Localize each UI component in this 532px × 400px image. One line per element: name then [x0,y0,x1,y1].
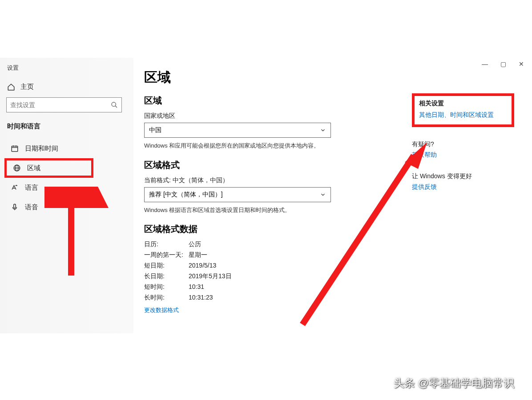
table-row: 短日期:2019/5/13 [144,262,523,270]
language-icon [11,184,19,192]
country-dropdown[interactable]: 中国 [144,123,331,138]
country-desc: Windows 和应用可能会根据您所在的国家或地区向您提供本地内容。 [144,141,331,150]
calendar-icon [11,144,19,152]
table-row: 日历:公历 [144,240,523,248]
related-link[interactable]: 其他日期、时间和区域设置 [419,111,507,119]
chevron-down-icon [320,127,326,133]
sidebar-item-label: 语言 [25,184,38,192]
related-settings-box: 相关设置 其他日期、时间和区域设置 [412,93,514,127]
sidebar-item-label: 区域 [27,164,40,172]
search-icon [111,101,118,108]
table-row: 长日期:2019年5月13日 [144,272,523,280]
table-row: 一周的第一天:星期一 [144,251,523,259]
home-icon [7,83,15,91]
svg-rect-9 [14,204,16,208]
related-heading: 相关设置 [419,100,507,108]
search-input[interactable] [6,97,122,112]
feedback-heading: 让 Windows 变得更好 [412,172,514,180]
help-block: 有疑问? 获取帮助 [412,140,514,159]
sidebar-item-speech[interactable]: 语音 [4,197,133,217]
sidebar-item-language[interactable]: 语言 [4,178,133,197]
home-link[interactable]: 主页 [4,80,133,97]
format-value: 推荐 [中文（简体，中国）] [149,191,223,199]
format-dropdown[interactable]: 推荐 [中文（简体，中国）] [144,187,331,202]
main-content: 区域 区域 国家或地区 中国 Windows 和应用可能会根据您所在的国家或地区… [133,58,532,333]
home-label: 主页 [20,83,34,91]
country-value: 中国 [149,126,161,134]
right-pane: 相关设置 其他日期、时间和区域设置 有疑问? 获取帮助 让 Windows 变得… [412,93,514,204]
svg-line-1 [115,106,117,108]
change-format-link[interactable]: 更改数据格式 [144,306,523,314]
help-link[interactable]: 获取帮助 [412,151,514,159]
search-field[interactable] [10,101,111,108]
sidebar-item-region[interactable]: 区域 [4,158,93,178]
watermark: 头条 @零基础学电脑常识 [394,376,514,390]
sidebar-item-label: 语音 [25,203,38,212]
feedback-block: 让 Windows 变得更好 提供反馈 [412,172,514,191]
window-title: 设置 [4,62,133,80]
table-row: 短时间:10:31 [144,283,523,291]
mic-icon [11,203,19,211]
sidebar-section-label: 时间和语言 [4,122,133,139]
svg-rect-2 [12,146,18,152]
chevron-down-icon [320,192,326,198]
format-data-table: 日历:公历 一周的第一天:星期一 短日期:2019/5/13 长日期:2019年… [144,240,523,302]
settings-window: — ▢ ✕ 设置 主页 时间和语言 日期和时间 区域 语言 语音 [0,58,532,333]
help-heading: 有疑问? [412,140,514,148]
table-row: 长时间:10:31:23 [144,294,523,302]
globe-icon [13,164,21,172]
data-heading: 区域格式数据 [144,223,523,235]
format-desc: Windows 根据语言和区域首选项设置日期和时间的格式。 [144,206,331,215]
svg-point-0 [112,102,116,106]
page-title: 区域 [144,68,523,87]
sidebar-item-label: 日期和时间 [25,144,58,153]
feedback-link[interactable]: 提供反馈 [412,183,514,191]
sidebar: 设置 主页 时间和语言 日期和时间 区域 语言 语音 [0,58,133,333]
sidebar-item-datetime[interactable]: 日期和时间 [4,139,133,158]
